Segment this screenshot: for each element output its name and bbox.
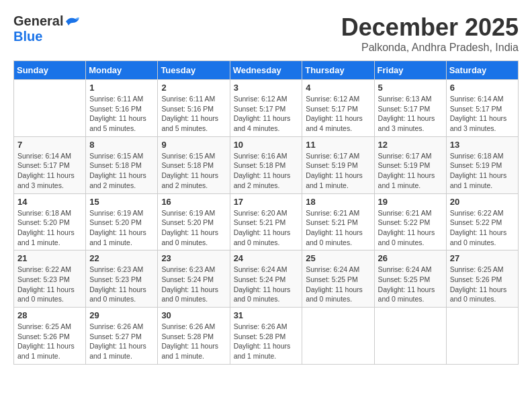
calendar-cell: 25Sunrise: 6:24 AM Sunset: 5:25 PM Dayli… — [302, 250, 374, 308]
day-number: 5 — [378, 83, 443, 93]
calendar-cell: 7Sunrise: 6:14 AM Sunset: 5:17 PM Daylig… — [14, 136, 86, 193]
calendar-cell: 28Sunrise: 6:25 AM Sunset: 5:26 PM Dayli… — [14, 308, 86, 365]
calendar-cell: 5Sunrise: 6:13 AM Sunset: 5:17 PM Daylig… — [374, 80, 446, 137]
calendar-cell: 22Sunrise: 6:23 AM Sunset: 5:23 PM Dayli… — [86, 250, 158, 308]
page-header: General Blue December 2025 Palkonda, And… — [13, 13, 519, 54]
calendar-cell — [446, 308, 518, 365]
calendar-cell: 19Sunrise: 6:21 AM Sunset: 5:22 PM Dayli… — [374, 193, 446, 250]
day-info: Sunrise: 6:21 AM Sunset: 5:22 PM Dayligh… — [378, 208, 443, 248]
day-number: 30 — [161, 310, 226, 320]
day-number: 14 — [17, 197, 82, 207]
day-info: Sunrise: 6:20 AM Sunset: 5:21 PM Dayligh… — [234, 208, 299, 248]
logo-blue-text: Blue — [13, 29, 42, 44]
day-number: 15 — [89, 197, 154, 207]
day-info: Sunrise: 6:17 AM Sunset: 5:19 PM Dayligh… — [306, 151, 370, 191]
calendar-cell — [374, 308, 446, 365]
day-info: Sunrise: 6:22 AM Sunset: 5:23 PM Dayligh… — [17, 265, 82, 304]
day-number: 10 — [234, 140, 299, 150]
day-info: Sunrise: 6:14 AM Sunset: 5:17 PM Dayligh… — [450, 94, 515, 134]
day-info: Sunrise: 6:18 AM Sunset: 5:20 PM Dayligh… — [17, 208, 82, 248]
calendar-cell: 14Sunrise: 6:18 AM Sunset: 5:20 PM Dayli… — [14, 193, 86, 250]
day-info: Sunrise: 6:12 AM Sunset: 5:17 PM Dayligh… — [306, 94, 370, 134]
logo-general-text: General — [13, 13, 63, 29]
calendar-cell — [302, 308, 374, 365]
calendar-cell: 16Sunrise: 6:19 AM Sunset: 5:20 PM Dayli… — [158, 193, 230, 250]
day-number: 21 — [17, 253, 82, 263]
day-number: 2 — [161, 83, 226, 93]
day-number: 8 — [89, 140, 154, 150]
day-number: 1 — [89, 83, 154, 93]
calendar-cell: 12Sunrise: 6:17 AM Sunset: 5:19 PM Dayli… — [374, 136, 446, 193]
day-info: Sunrise: 6:19 AM Sunset: 5:20 PM Dayligh… — [89, 208, 154, 248]
day-number: 16 — [161, 197, 226, 207]
day-number: 24 — [234, 253, 299, 263]
day-info: Sunrise: 6:16 AM Sunset: 5:18 PM Dayligh… — [234, 151, 299, 191]
calendar-cell: 27Sunrise: 6:25 AM Sunset: 5:26 PM Dayli… — [446, 250, 518, 308]
calendar-cell: 31Sunrise: 6:26 AM Sunset: 5:28 PM Dayli… — [230, 308, 302, 365]
day-number: 4 — [306, 83, 370, 93]
calendar-cell: 18Sunrise: 6:21 AM Sunset: 5:21 PM Dayli… — [302, 193, 374, 250]
day-number: 19 — [378, 197, 443, 207]
title-section: December 2025 Palkonda, Andhra Pradesh, … — [341, 13, 519, 54]
day-info: Sunrise: 6:26 AM Sunset: 5:28 PM Dayligh… — [161, 322, 226, 361]
day-info: Sunrise: 6:13 AM Sunset: 5:17 PM Dayligh… — [378, 94, 443, 134]
day-number: 6 — [450, 83, 515, 93]
day-number: 28 — [17, 310, 82, 320]
header-cell-sunday: Sunday — [14, 61, 86, 80]
day-number: 3 — [234, 83, 299, 93]
day-info: Sunrise: 6:19 AM Sunset: 5:20 PM Dayligh… — [161, 208, 226, 248]
day-info: Sunrise: 6:25 AM Sunset: 5:26 PM Dayligh… — [17, 322, 82, 361]
day-number: 23 — [161, 253, 226, 263]
month-title: December 2025 — [341, 13, 519, 42]
day-number: 13 — [450, 140, 515, 150]
day-number: 18 — [306, 197, 370, 207]
day-number: 17 — [234, 197, 299, 207]
calendar-table: SundayMondayTuesdayWednesdayThursdayFrid… — [13, 60, 519, 365]
day-number: 29 — [89, 310, 154, 320]
calendar-cell: 30Sunrise: 6:26 AM Sunset: 5:28 PM Dayli… — [158, 308, 230, 365]
day-info: Sunrise: 6:24 AM Sunset: 5:24 PM Dayligh… — [234, 265, 299, 304]
header-cell-wednesday: Wednesday — [230, 61, 302, 80]
day-info: Sunrise: 6:12 AM Sunset: 5:17 PM Dayligh… — [234, 94, 299, 134]
calendar-cell: 13Sunrise: 6:18 AM Sunset: 5:19 PM Dayli… — [446, 136, 518, 193]
day-number: 22 — [89, 253, 154, 263]
header-row: SundayMondayTuesdayWednesdayThursdayFrid… — [14, 61, 519, 80]
calendar-cell: 9Sunrise: 6:15 AM Sunset: 5:18 PM Daylig… — [158, 136, 230, 193]
header-cell-tuesday: Tuesday — [158, 61, 230, 80]
calendar-cell: 29Sunrise: 6:26 AM Sunset: 5:27 PM Dayli… — [86, 308, 158, 365]
calendar-cell: 15Sunrise: 6:19 AM Sunset: 5:20 PM Dayli… — [86, 193, 158, 250]
calendar-cell: 17Sunrise: 6:20 AM Sunset: 5:21 PM Dayli… — [230, 193, 302, 250]
calendar-cell: 11Sunrise: 6:17 AM Sunset: 5:19 PM Dayli… — [302, 136, 374, 193]
day-info: Sunrise: 6:23 AM Sunset: 5:24 PM Dayligh… — [161, 265, 226, 304]
day-number: 27 — [450, 253, 515, 263]
logo-bird-icon — [64, 15, 81, 28]
day-info: Sunrise: 6:15 AM Sunset: 5:18 PM Dayligh… — [89, 151, 154, 191]
day-info: Sunrise: 6:24 AM Sunset: 5:25 PM Dayligh… — [306, 265, 370, 304]
calendar-week-2: 14Sunrise: 6:18 AM Sunset: 5:20 PM Dayli… — [14, 193, 519, 250]
calendar-cell: 10Sunrise: 6:16 AM Sunset: 5:18 PM Dayli… — [230, 136, 302, 193]
calendar-cell: 6Sunrise: 6:14 AM Sunset: 5:17 PM Daylig… — [446, 80, 518, 137]
header-cell-monday: Monday — [86, 61, 158, 80]
day-number: 9 — [161, 140, 226, 150]
header-cell-friday: Friday — [374, 61, 446, 80]
day-number: 20 — [450, 197, 515, 207]
day-number: 25 — [306, 253, 370, 263]
day-info: Sunrise: 6:26 AM Sunset: 5:27 PM Dayligh… — [89, 322, 154, 361]
day-info: Sunrise: 6:17 AM Sunset: 5:19 PM Dayligh… — [378, 151, 443, 191]
calendar-cell: 21Sunrise: 6:22 AM Sunset: 5:23 PM Dayli… — [14, 250, 86, 308]
calendar-week-1: 7Sunrise: 6:14 AM Sunset: 5:17 PM Daylig… — [14, 136, 519, 193]
day-info: Sunrise: 6:22 AM Sunset: 5:22 PM Dayligh… — [450, 208, 515, 248]
calendar-cell: 20Sunrise: 6:22 AM Sunset: 5:22 PM Dayli… — [446, 193, 518, 250]
day-info: Sunrise: 6:21 AM Sunset: 5:21 PM Dayligh… — [306, 208, 370, 248]
day-number: 12 — [378, 140, 443, 150]
calendar-week-3: 21Sunrise: 6:22 AM Sunset: 5:23 PM Dayli… — [14, 250, 519, 308]
day-info: Sunrise: 6:15 AM Sunset: 5:18 PM Dayligh… — [161, 151, 226, 191]
day-info: Sunrise: 6:23 AM Sunset: 5:23 PM Dayligh… — [89, 265, 154, 304]
day-info: Sunrise: 6:14 AM Sunset: 5:17 PM Dayligh… — [17, 151, 82, 191]
day-number: 31 — [234, 310, 299, 320]
calendar-cell: 3Sunrise: 6:12 AM Sunset: 5:17 PM Daylig… — [230, 80, 302, 137]
calendar-cell: 26Sunrise: 6:24 AM Sunset: 5:25 PM Dayli… — [374, 250, 446, 308]
day-info: Sunrise: 6:24 AM Sunset: 5:25 PM Dayligh… — [378, 265, 443, 304]
day-info: Sunrise: 6:11 AM Sunset: 5:16 PM Dayligh… — [89, 94, 154, 134]
day-number: 7 — [17, 140, 82, 150]
